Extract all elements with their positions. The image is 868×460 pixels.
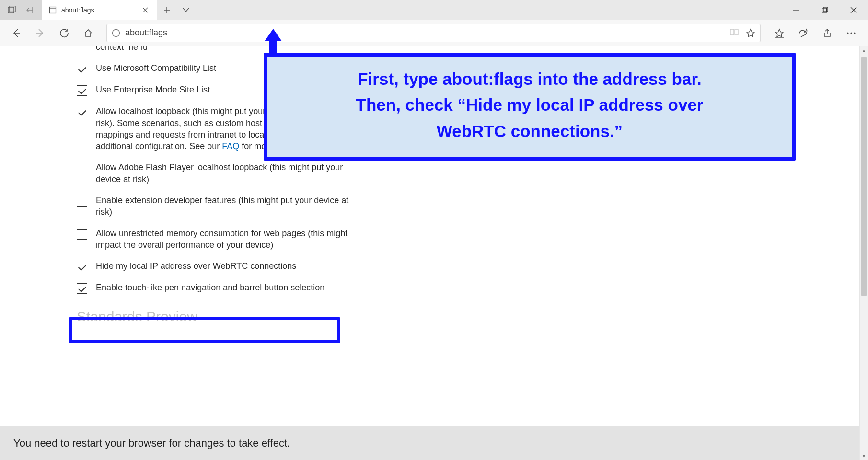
setting-context-menu-partial: context menu bbox=[96, 46, 355, 53]
scroll-down-icon[interactable]: ▼ bbox=[860, 451, 868, 460]
setting-label: Enable extension developer features (thi… bbox=[96, 195, 355, 218]
setting-pen-nav: Enable touch-like pen navigation and bar… bbox=[77, 282, 355, 294]
svg-point-8 bbox=[116, 31, 116, 32]
checkbox[interactable] bbox=[77, 262, 87, 272]
setting-hide-ip: Hide my local IP address over WebRTC con… bbox=[77, 260, 355, 272]
faq-link[interactable]: FAQ bbox=[222, 141, 239, 151]
tab-list-button[interactable] bbox=[176, 0, 196, 20]
section-heading: Standards Preview bbox=[77, 307, 355, 321]
address-bar[interactable]: about:flags bbox=[106, 24, 761, 42]
tab-title: about:flags bbox=[61, 6, 136, 14]
setting-label: Allow unrestricted memory consumption fo… bbox=[96, 228, 355, 251]
checkbox[interactable] bbox=[77, 196, 87, 207]
favorite-icon[interactable] bbox=[746, 28, 755, 38]
tabs-aside-icon[interactable] bbox=[3, 0, 21, 20]
svg-rect-9 bbox=[116, 32, 116, 34]
page-icon bbox=[49, 6, 57, 14]
toolbar: about:flags bbox=[0, 20, 868, 46]
share-button[interactable] bbox=[816, 23, 838, 44]
tabs-aside-controls bbox=[0, 0, 42, 20]
new-tab-button[interactable] bbox=[157, 0, 176, 20]
reading-view-icon[interactable] bbox=[729, 28, 739, 38]
svg-rect-0 bbox=[8, 7, 14, 13]
setting-label: context menu bbox=[96, 46, 355, 53]
address-text: about:flags bbox=[125, 28, 725, 38]
setting-memory: Allow unrestricted memory consumption fo… bbox=[77, 228, 355, 251]
scrollbar-thumb[interactable] bbox=[861, 57, 867, 296]
vertical-scrollbar[interactable]: ▲ ▼ bbox=[859, 46, 868, 460]
restart-banner: You need to restart your browser for cha… bbox=[0, 426, 868, 460]
browser-tab[interactable]: about:flags bbox=[42, 0, 157, 20]
svg-rect-2 bbox=[50, 7, 56, 13]
more-button[interactable] bbox=[840, 23, 862, 44]
checkbox[interactable] bbox=[77, 163, 87, 173]
checkbox[interactable] bbox=[77, 85, 87, 96]
newtab-area bbox=[157, 0, 196, 20]
titlebar: about:flags bbox=[0, 0, 868, 20]
close-tab-button[interactable] bbox=[140, 5, 150, 15]
notes-button[interactable] bbox=[792, 23, 814, 44]
checkbox[interactable] bbox=[77, 107, 87, 117]
checkbox[interactable] bbox=[77, 229, 87, 240]
maximize-button[interactable] bbox=[810, 0, 839, 20]
callout-line: Then, check “Hide my local IP address ov… bbox=[281, 92, 778, 118]
banner-text: You need to restart your browser for cha… bbox=[13, 437, 290, 449]
callout-line: WebRTC connections.” bbox=[281, 118, 778, 144]
favorites-button[interactable] bbox=[768, 23, 790, 44]
minimize-button[interactable] bbox=[782, 0, 810, 20]
checkbox[interactable] bbox=[77, 283, 87, 294]
svg-rect-5 bbox=[822, 8, 827, 12]
window-controls bbox=[782, 0, 868, 20]
back-button[interactable] bbox=[6, 23, 27, 44]
home-button[interactable] bbox=[78, 23, 99, 44]
close-window-button[interactable] bbox=[839, 0, 868, 20]
svg-point-13 bbox=[854, 32, 855, 34]
setting-label: Allow Adobe Flash Player localhost loopb… bbox=[96, 161, 355, 185]
setting-ext-dev: Enable extension developer features (thi… bbox=[77, 195, 355, 218]
set-aside-arrow-icon[interactable] bbox=[21, 0, 39, 20]
setting-flash-loopback: Allow Adobe Flash Player localhost loopb… bbox=[77, 161, 355, 185]
scroll-up-icon[interactable]: ▲ bbox=[860, 46, 868, 55]
setting-label: Hide my local IP address over WebRTC con… bbox=[96, 260, 355, 272]
svg-point-12 bbox=[850, 32, 852, 34]
site-info-icon[interactable] bbox=[112, 29, 120, 37]
checkbox[interactable] bbox=[77, 64, 87, 74]
svg-rect-1 bbox=[10, 6, 15, 12]
forward-button[interactable] bbox=[30, 23, 51, 44]
svg-rect-6 bbox=[823, 7, 828, 12]
callout-line: First, type about:flags into the address… bbox=[281, 66, 778, 92]
instruction-callout: First, type about:flags into the address… bbox=[264, 53, 796, 161]
setting-label: Enable touch-like pen navigation and bar… bbox=[96, 282, 355, 293]
refresh-button[interactable] bbox=[54, 23, 75, 44]
svg-point-11 bbox=[847, 32, 848, 34]
